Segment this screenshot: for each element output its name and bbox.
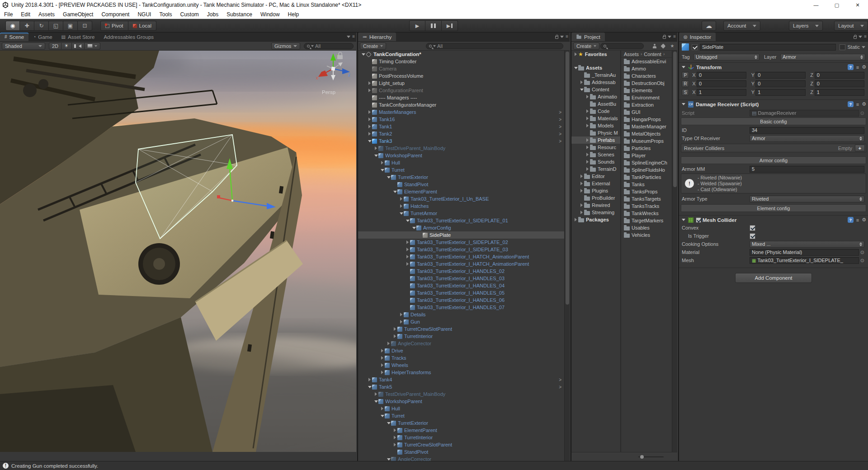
gizmos-dropdown[interactable]: Gizmos	[271, 42, 300, 50]
hierarchy-item-helpertransforms[interactable]: HelperTransforms	[358, 369, 564, 376]
foldout-icon[interactable]	[380, 161, 385, 164]
type-of-receiver-dropdown[interactable]: Armor	[750, 135, 864, 142]
transform-s-z-field[interactable]: 1	[815, 89, 864, 96]
panel-menu-icon[interactable]: ≡	[673, 34, 676, 39]
panel-menu-caret-icon[interactable]	[859, 36, 862, 38]
tag-dropdown[interactable]: Untagged	[693, 54, 760, 61]
mesh-collider-enabled-checkbox[interactable]	[696, 217, 701, 223]
foldout-icon[interactable]	[573, 52, 578, 56]
hierarchy-item-wheels[interactable]: Wheels	[358, 362, 564, 369]
project-folder-sounds[interactable]: Sounds	[571, 158, 620, 165]
foldout-icon[interactable]	[380, 356, 385, 360]
project-folder-resourc[interactable]: Resourc	[571, 144, 620, 151]
asset-folder-usables[interactable]: Usables	[621, 224, 672, 231]
close-button[interactable]: ✕	[847, 0, 868, 10]
receiver-colliders-list[interactable]: Receiver Colliders Empty +	[681, 144, 866, 152]
add-collider-button[interactable]: +	[855, 145, 865, 151]
project-folder-streaming[interactable]: Streaming	[571, 209, 620, 216]
tab-game[interactable]: ◔Game	[28, 33, 57, 41]
asset-folder-metalobjects[interactable]: MetalObjects	[621, 130, 672, 137]
foldout-icon[interactable]	[380, 415, 385, 417]
transform-r-y-field[interactable]: 0	[755, 80, 805, 87]
asset-folder-vehicles[interactable]: Vehicles	[621, 231, 672, 239]
foldout-icon[interactable]	[367, 132, 372, 136]
foldout-icon[interactable]	[681, 219, 686, 221]
play-button[interactable]: ▶	[409, 20, 425, 31]
layer-dropdown[interactable]: Armor	[780, 54, 865, 61]
foldout-icon[interactable]	[585, 146, 590, 149]
panel-menu-caret-icon[interactable]	[560, 36, 564, 38]
foldout-icon[interactable]	[367, 118, 372, 121]
persp-label[interactable]: Persp	[322, 89, 335, 95]
hierarchy-item-turretcrewslotparent[interactable]: TurretCrewSlotParent	[358, 325, 564, 333]
menu-assets[interactable]: Assets	[34, 10, 59, 19]
asset-folder-tankstargets[interactable]: TanksTargets	[621, 195, 672, 202]
foldout-icon[interactable]	[380, 169, 385, 171]
hierarchy-item-tank03-turretexterior-i-handles-05[interactable]: Tank03_TurretExterior_I_HANDLES_05	[358, 289, 564, 296]
project-folder-materials[interactable]: Materials	[571, 115, 620, 122]
hierarchy-item-tank03-turretexterior-i-handles-07[interactable]: Tank03_TurretExterior_I_HANDLES_07	[358, 304, 564, 311]
foldout-icon[interactable]	[367, 125, 372, 128]
asset-folder-tanks[interactable]: Tanks	[621, 181, 672, 188]
hierarchy-item-turretexterior[interactable]: TurretExterior	[358, 174, 564, 181]
hierarchy-item-turretexterior[interactable]: TurretExterior	[358, 419, 564, 427]
tab-asset-store[interactable]: ▤Asset Store	[57, 33, 99, 41]
foldout-icon[interactable]	[405, 248, 410, 251]
mesh-field[interactable]: ▦Tank03_TurretExterior_I_SIDEPLATE_	[750, 257, 859, 264]
transform-r-z-field[interactable]: 0	[815, 80, 864, 87]
foldout-icon[interactable]	[579, 203, 584, 207]
prefab-chevron-icon[interactable]: >	[559, 139, 561, 144]
hierarchy-item-elementparent[interactable]: ElementParent	[358, 427, 564, 434]
foldout-icon[interactable]	[386, 458, 391, 461]
asset-folder-hangarprops[interactable]: HangarProps	[621, 116, 672, 123]
hierarchy-item-tankconfiguration-[interactable]: TankConfiguration*	[358, 51, 564, 58]
layers-dropdown[interactable]: Layers	[789, 21, 823, 31]
help-icon[interactable]: ?	[848, 64, 854, 70]
foldout-icon[interactable]	[392, 191, 397, 193]
hierarchy-scrollbar[interactable]	[564, 51, 570, 461]
tab-hierarchy[interactable]: ≔ Hierarchy	[358, 33, 396, 41]
search-by-favorites-icon[interactable]: ★	[669, 43, 675, 49]
id-field[interactable]: 34	[750, 127, 864, 134]
hierarchy-item-configurationparent[interactable]: ConfigurationParent	[358, 87, 564, 94]
hierarchy-item-testdriveparent-mainbody[interactable]: TestDriveParent_MainBody	[358, 145, 564, 152]
transform-p-x-field[interactable]: 0	[697, 72, 746, 79]
hierarchy-create-button[interactable]: Create	[360, 42, 386, 50]
hierarchy-item-drive[interactable]: Drive	[358, 347, 564, 354]
scene-viewport[interactable]: y x z Persp	[0, 51, 356, 452]
foldout-icon[interactable]	[585, 167, 590, 171]
foldout-icon[interactable]	[386, 422, 391, 424]
armor-mm-field[interactable]: 5	[750, 166, 864, 173]
hierarchy-item-tank3[interactable]: Tank3>	[358, 137, 564, 145]
menu-custom[interactable]: Custom	[176, 10, 203, 19]
hierarchy-item-armorconfig[interactable]: ArmorConfig	[358, 224, 564, 231]
hierarchy-item-standpivot[interactable]: StandPivot	[358, 448, 564, 456]
foldout-icon[interactable]	[399, 204, 404, 208]
asset-folder-elements[interactable]: Elements	[621, 87, 672, 94]
project-folder-packages[interactable]: Packages	[571, 216, 620, 223]
active-checkbox[interactable]	[692, 44, 698, 50]
hierarchy-item-hull[interactable]: Hull	[358, 159, 564, 166]
project-folder-models[interactable]: Models	[571, 122, 620, 129]
menu-file[interactable]: File	[0, 10, 17, 19]
transform-s-x-field[interactable]: 1	[697, 89, 746, 96]
hierarchy-item-tankconfiguratormanager[interactable]: TankConfiguratorManager	[358, 101, 564, 108]
asset-folder-adressableenvi[interactable]: AdressableEnvi	[621, 58, 672, 65]
layout-dropdown[interactable]: Layout	[834, 21, 868, 31]
shading-mode-dropdown[interactable]: Shaded	[2, 42, 45, 50]
foldout-icon[interactable]	[585, 138, 590, 142]
project-folder--terrainau[interactable]: _TerrainAu	[571, 71, 620, 79]
hierarchy-item-turretcrewslotparent[interactable]: TurretCrewSlotParent	[358, 441, 564, 448]
hierarchy-item-tank03-turretexterior-i-un-base[interactable]: Tank03_TurretExterior_I_Un_BASE	[358, 195, 564, 202]
hierarchy-item-turretinterior[interactable]: TurretInterior	[358, 434, 564, 441]
gameobject-name-field[interactable]: SidePlate	[700, 44, 836, 51]
project-folder-favorites[interactable]: ★Favorites	[571, 51, 620, 58]
effects-toggle[interactable]	[85, 42, 100, 50]
hierarchy-item-tank03-turretexterior-i-hatch-animationparent[interactable]: Tank03_TurretExterior_I_HATCH_AnimationP…	[358, 260, 564, 268]
tab-addressables-groups[interactable]: Addressables Groups	[99, 33, 158, 41]
foldout-icon[interactable]	[585, 124, 590, 127]
foldout-icon[interactable]	[405, 220, 410, 222]
project-search-input[interactable]	[600, 43, 644, 49]
menu-gameobject[interactable]: GameObject	[59, 10, 97, 19]
panel-menu-icon[interactable]: ≡	[566, 34, 568, 39]
